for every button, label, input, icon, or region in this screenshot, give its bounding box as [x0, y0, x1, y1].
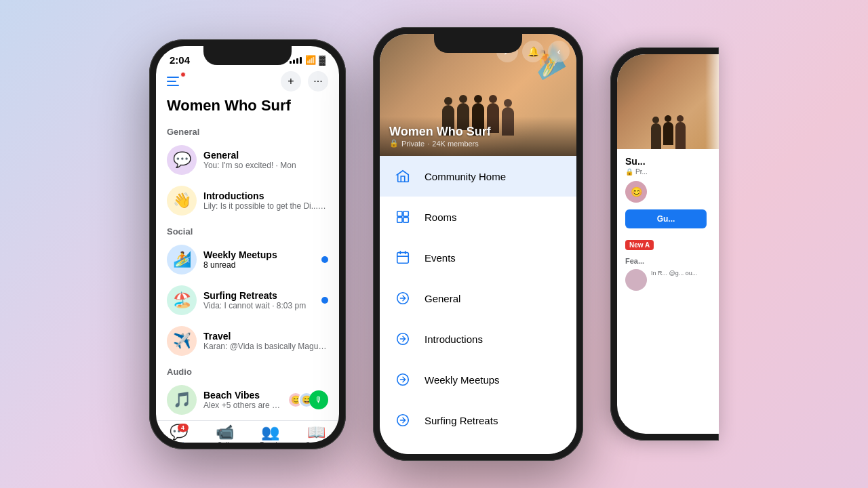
drawer-item-events[interactable]: Events: [380, 237, 576, 278]
avatar: ✈️: [167, 326, 197, 356]
list-item[interactable]: 🎵 Beach Vibes Alex +5 others are in here…: [156, 380, 339, 420]
drawer-item-travel[interactable]: Travel: [380, 441, 576, 454]
chat-header: + ···: [156, 68, 339, 97]
drawer-item-general[interactable]: General: [380, 278, 576, 319]
tab-stories[interactable]: 📖 Stories: [294, 425, 340, 443]
social-section-label: Social: [156, 221, 339, 239]
community-name: Women Who Surf: [389, 125, 567, 139]
drawer-label: Rooms: [425, 211, 457, 223]
unread-badge: [321, 256, 328, 263]
drawer-item-introductions[interactable]: Introductions: [380, 319, 576, 359]
chat-emoji: 💬: [173, 151, 191, 169]
fade-overlay: [705, 54, 719, 434]
rooms-icon: [391, 205, 415, 229]
chats-badge: 4: [178, 424, 189, 432]
community-name-3: Su...: [625, 156, 711, 167]
hero-figures-3: [617, 115, 719, 149]
community-meta-3: 🔒 Pr...: [625, 168, 711, 176]
member-avatar: 😊: [625, 181, 647, 203]
page-title: Women Who Surf: [156, 97, 339, 121]
drawer-label: General: [425, 293, 460, 304]
chat-info: Beach Vibes Alex +5 others are in here: [203, 390, 281, 410]
members-count: 24K members: [432, 140, 478, 148]
chat-emoji: 🏖️: [173, 291, 191, 309]
more-button[interactable]: ···: [308, 71, 328, 92]
community-meta: 🔒 Private · 24K members: [389, 139, 567, 148]
drawer-item-community-home[interactable]: Community Home: [380, 156, 576, 197]
svg-rect-3: [403, 218, 408, 222]
join-button[interactable]: Gu...: [625, 209, 707, 228]
drawer-item-rooms[interactable]: Rooms: [380, 197, 576, 237]
avatar: 🏄: [167, 245, 197, 274]
drawer-item-weekly-meetups[interactable]: Weekly Meetups: [380, 359, 576, 400]
people-icon: 👥: [261, 425, 279, 440]
list-item[interactable]: 💬 General You: I'm so excited! · Mon: [156, 140, 339, 180]
list-item[interactable]: ✈️ Travel Karan: @Vida is basically Magu…: [156, 321, 339, 361]
chat-info: General You: I'm so excited! · Mon: [203, 150, 328, 170]
phone-1-screen: 2:04 📶 ▓: [156, 46, 339, 443]
chat-info: Travel Karan: @Vida is basically Maguyve…: [203, 331, 328, 351]
avatar: 🎵: [167, 385, 197, 415]
drawer-label: Events: [425, 252, 456, 264]
add-button[interactable]: +: [281, 71, 301, 92]
chat-emoji: 👋: [173, 192, 191, 209]
notification-button[interactable]: 🔔: [522, 41, 544, 62]
feature-item-1: In R... @g... ou...: [625, 269, 711, 291]
drawer-label: Introductions: [425, 333, 483, 345]
drawer-label: Community Home: [425, 171, 506, 182]
audio-participants: 😊 😄 🎙: [288, 390, 328, 409]
phone-2-notch: [434, 34, 522, 53]
featured-section: Fea... In R... @g... ou...: [625, 257, 711, 291]
stories-icon: 📖: [307, 425, 326, 440]
privacy-label: Private: [401, 140, 425, 148]
audio-section-label: Audio: [156, 361, 339, 380]
new-badge: New A: [625, 240, 654, 250]
clock: 2:04: [170, 54, 190, 66]
chat-info: Introductions Lily: Is it possible to ge…: [203, 190, 328, 211]
tab-label: Calls: [217, 441, 232, 443]
tab-label: Chats: [170, 441, 188, 443]
chat-emoji: 🎵: [173, 391, 191, 409]
unread-badge: [321, 297, 328, 304]
phone-3-shell: Su... 🔒 Pr... 😊 Gu... New A Fea...: [610, 47, 719, 441]
channel-icon: [391, 327, 415, 351]
chat-emoji: 🏄: [173, 251, 191, 268]
home-icon: [391, 164, 415, 188]
phone-2: 🏄 ↗ 🔔 ‹ Women Who Surf 🔒 Private · 24K m…: [373, 27, 583, 461]
drawer-menu: Community Home Rooms Events: [380, 156, 576, 454]
community-avatars: 😊: [625, 181, 711, 203]
channel-icon: [391, 367, 415, 392]
avatar: 🏖️: [167, 285, 197, 315]
list-item[interactable]: 🏄 Weekly Meetups 8 unread: [156, 239, 339, 280]
tab-calls[interactable]: 📹 Calls: [202, 425, 248, 443]
phone-3-content: Su... 🔒 Pr... 😊 Gu... New A Fea...: [617, 149, 719, 302]
events-icon: [391, 245, 415, 270]
svg-rect-2: [397, 218, 402, 222]
tab-people[interactable]: 👥 People: [248, 425, 294, 443]
drawer-label: Surfing Retreats: [425, 415, 498, 426]
phone-3-screen: Su... 🔒 Pr... 😊 Gu... New A Fea...: [617, 54, 719, 434]
chat-preview: Karan: @Vida is basically Maguyver · Wed: [203, 342, 328, 351]
lock-icon-3: 🔒: [625, 168, 633, 176]
channel-icon: [391, 449, 415, 454]
chat-name: Travel: [203, 331, 328, 342]
chat-preview: 8 unread: [203, 260, 315, 270]
separator: ·: [427, 140, 429, 148]
menu-icon[interactable]: [167, 72, 186, 91]
wifi-icon: 📶: [305, 55, 316, 65]
tab-chats[interactable]: 4 💬 Chats: [156, 425, 202, 443]
chat-name: Surfing Retreats: [203, 290, 315, 301]
lock-icon: 🔒: [389, 139, 399, 148]
chat-info: Surfing Retreats Vida: I cannot wait · 8…: [203, 290, 315, 310]
avatar: 👋: [167, 186, 197, 216]
back-button[interactable]: ‹: [548, 41, 570, 62]
list-item[interactable]: 👋 Introductions Lily: Is it possible to …: [156, 180, 339, 221]
list-item[interactable]: 🏖️ Surfing Retreats Vida: I cannot wait …: [156, 280, 339, 321]
battery-icon: ▓: [319, 55, 326, 65]
calls-icon: 📹: [216, 425, 234, 440]
chat-preview: Lily: Is it possible to get the Di... · …: [203, 201, 328, 211]
chat-name: General: [203, 150, 328, 161]
tab-bar: 4 💬 Chats 📹 Calls 👥 People 📖 Stori: [156, 420, 339, 443]
drawer-item-surfing-retreats[interactable]: Surfing Retreats: [380, 400, 576, 441]
general-section-label: General: [156, 121, 339, 140]
